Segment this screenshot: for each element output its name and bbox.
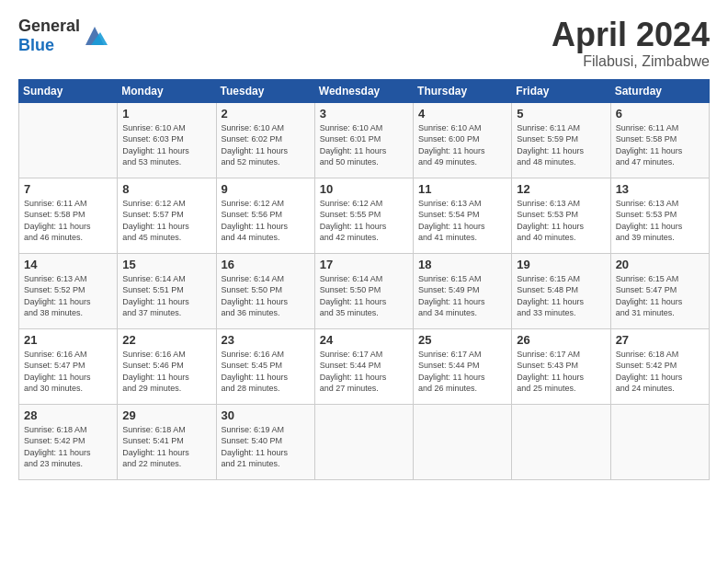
- title-area: April 2024 Filabusi, Zimbabwe: [552, 17, 710, 70]
- day-info: Sunrise: 6:14 AMSunset: 5:51 PMDaylight:…: [122, 273, 210, 319]
- day-info: Sunrise: 6:18 AMSunset: 5:42 PMDaylight:…: [24, 424, 112, 470]
- col-header-friday: Friday: [512, 79, 610, 102]
- day-info: Sunrise: 6:14 AMSunset: 5:50 PMDaylight:…: [222, 273, 310, 319]
- day-info: Sunrise: 6:17 AMSunset: 5:43 PMDaylight:…: [517, 349, 605, 395]
- day-info: Sunrise: 6:18 AMSunset: 5:42 PMDaylight:…: [616, 349, 704, 395]
- day-number: 6: [616, 107, 704, 121]
- day-number: 11: [418, 182, 506, 196]
- day-cell: 30Sunrise: 6:19 AMSunset: 5:40 PMDayligh…: [216, 404, 314, 479]
- day-number: 17: [320, 258, 408, 271]
- day-cell: 26Sunrise: 6:17 AMSunset: 5:43 PMDayligh…: [512, 328, 610, 404]
- week-row-1: 1Sunrise: 6:10 AMSunset: 6:03 PMDaylight…: [19, 102, 710, 178]
- page: General Blue April 2024 Filabusi, Zimbab…: [0, 0, 728, 489]
- day-info: Sunrise: 6:12 AMSunset: 5:57 PMDaylight:…: [122, 198, 210, 244]
- day-info: Sunrise: 6:13 AMSunset: 5:54 PMDaylight:…: [418, 198, 506, 244]
- day-number: 28: [24, 408, 112, 422]
- day-number: 21: [24, 333, 112, 347]
- day-cell: 14Sunrise: 6:13 AMSunset: 5:52 PMDayligh…: [19, 253, 118, 328]
- day-cell: 11Sunrise: 6:13 AMSunset: 5:54 PMDayligh…: [414, 178, 512, 253]
- header: General Blue April 2024 Filabusi, Zimbab…: [18, 17, 710, 70]
- day-cell: 18Sunrise: 6:15 AMSunset: 5:49 PMDayligh…: [414, 253, 512, 328]
- day-info: Sunrise: 6:11 AMSunset: 5:58 PMDaylight:…: [616, 122, 704, 168]
- month-title: April 2024: [552, 17, 710, 53]
- day-cell: 6Sunrise: 6:11 AMSunset: 5:58 PMDaylight…: [610, 102, 709, 178]
- day-number: 26: [517, 333, 605, 347]
- col-header-monday: Monday: [118, 79, 216, 102]
- day-cell: 15Sunrise: 6:14 AMSunset: 5:51 PMDayligh…: [118, 253, 216, 328]
- day-cell: 19Sunrise: 6:15 AMSunset: 5:48 PMDayligh…: [512, 253, 610, 328]
- day-cell: 23Sunrise: 6:16 AMSunset: 5:45 PMDayligh…: [216, 328, 314, 404]
- day-cell: 28Sunrise: 6:18 AMSunset: 5:42 PMDayligh…: [19, 404, 118, 479]
- day-number: 25: [418, 333, 506, 347]
- day-cell: 3Sunrise: 6:10 AMSunset: 6:01 PMDaylight…: [314, 102, 413, 178]
- day-info: Sunrise: 6:13 AMSunset: 5:53 PMDaylight:…: [517, 198, 605, 244]
- day-cell: [610, 404, 709, 479]
- col-header-thursday: Thursday: [414, 79, 512, 102]
- day-cell: 13Sunrise: 6:13 AMSunset: 5:53 PMDayligh…: [610, 178, 709, 253]
- day-info: Sunrise: 6:15 AMSunset: 5:48 PMDaylight:…: [517, 273, 605, 319]
- day-info: Sunrise: 6:10 AMSunset: 6:01 PMDaylight:…: [320, 122, 408, 168]
- day-number: 13: [616, 182, 704, 196]
- day-number: 22: [122, 333, 210, 347]
- day-cell: 8Sunrise: 6:12 AMSunset: 5:57 PMDaylight…: [118, 178, 216, 253]
- logo-blue: Blue: [18, 36, 54, 54]
- day-number: 3: [320, 107, 408, 121]
- day-number: 10: [320, 182, 408, 196]
- day-info: Sunrise: 6:15 AMSunset: 5:47 PMDaylight:…: [616, 273, 704, 319]
- day-number: 9: [222, 182, 310, 196]
- day-info: Sunrise: 6:14 AMSunset: 5:50 PMDaylight:…: [320, 273, 408, 319]
- header-row: SundayMondayTuesdayWednesdayThursdayFrid…: [19, 79, 710, 102]
- day-number: 5: [517, 107, 605, 121]
- day-number: 20: [616, 258, 704, 271]
- day-cell: [314, 404, 413, 479]
- day-cell: 22Sunrise: 6:16 AMSunset: 5:46 PMDayligh…: [118, 328, 216, 404]
- logo-general: General: [18, 17, 80, 35]
- week-row-2: 7Sunrise: 6:11 AMSunset: 5:58 PMDaylight…: [19, 178, 710, 253]
- day-number: 7: [24, 182, 112, 196]
- day-info: Sunrise: 6:17 AMSunset: 5:44 PMDaylight:…: [320, 349, 408, 395]
- location-title: Filabusi, Zimbabwe: [552, 53, 710, 70]
- day-info: Sunrise: 6:16 AMSunset: 5:45 PMDaylight:…: [222, 349, 310, 395]
- day-cell: 21Sunrise: 6:16 AMSunset: 5:47 PMDayligh…: [19, 328, 118, 404]
- day-cell: 4Sunrise: 6:10 AMSunset: 6:00 PMDaylight…: [414, 102, 512, 178]
- day-number: 24: [320, 333, 408, 347]
- logo: General Blue: [18, 17, 108, 55]
- logo-icon: [82, 23, 108, 49]
- day-info: Sunrise: 6:12 AMSunset: 5:55 PMDaylight:…: [320, 198, 408, 244]
- day-cell: 20Sunrise: 6:15 AMSunset: 5:47 PMDayligh…: [610, 253, 709, 328]
- col-header-saturday: Saturday: [610, 79, 709, 102]
- logo-text: General Blue: [18, 17, 80, 55]
- day-info: Sunrise: 6:10 AMSunset: 6:00 PMDaylight:…: [418, 122, 506, 168]
- col-header-tuesday: Tuesday: [216, 79, 314, 102]
- day-number: 18: [418, 258, 506, 271]
- day-cell: 27Sunrise: 6:18 AMSunset: 5:42 PMDayligh…: [610, 328, 709, 404]
- day-cell: 9Sunrise: 6:12 AMSunset: 5:56 PMDaylight…: [216, 178, 314, 253]
- day-info: Sunrise: 6:12 AMSunset: 5:56 PMDaylight:…: [222, 198, 310, 244]
- day-number: 4: [418, 107, 506, 121]
- day-info: Sunrise: 6:18 AMSunset: 5:41 PMDaylight:…: [122, 424, 210, 470]
- day-number: 1: [122, 107, 210, 121]
- day-number: 16: [222, 258, 310, 271]
- day-info: Sunrise: 6:17 AMSunset: 5:44 PMDaylight:…: [418, 349, 506, 395]
- day-number: 30: [222, 408, 310, 422]
- col-header-wednesday: Wednesday: [314, 79, 413, 102]
- col-header-sunday: Sunday: [19, 79, 118, 102]
- calendar-table: SundayMondayTuesdayWednesdayThursdayFrid…: [18, 79, 710, 480]
- day-number: 14: [24, 258, 112, 271]
- day-info: Sunrise: 6:16 AMSunset: 5:46 PMDaylight:…: [122, 349, 210, 395]
- week-row-3: 14Sunrise: 6:13 AMSunset: 5:52 PMDayligh…: [19, 253, 710, 328]
- day-cell: 7Sunrise: 6:11 AMSunset: 5:58 PMDaylight…: [19, 178, 118, 253]
- day-number: 8: [122, 182, 210, 196]
- day-info: Sunrise: 6:11 AMSunset: 5:58 PMDaylight:…: [24, 198, 112, 244]
- day-info: Sunrise: 6:10 AMSunset: 6:02 PMDaylight:…: [222, 122, 310, 168]
- day-cell: 12Sunrise: 6:13 AMSunset: 5:53 PMDayligh…: [512, 178, 610, 253]
- day-number: 19: [517, 258, 605, 271]
- day-cell: 29Sunrise: 6:18 AMSunset: 5:41 PMDayligh…: [118, 404, 216, 479]
- day-number: 12: [517, 182, 605, 196]
- day-cell: 24Sunrise: 6:17 AMSunset: 5:44 PMDayligh…: [314, 328, 413, 404]
- day-cell: [512, 404, 610, 479]
- day-cell: 10Sunrise: 6:12 AMSunset: 5:55 PMDayligh…: [314, 178, 413, 253]
- day-cell: 1Sunrise: 6:10 AMSunset: 6:03 PMDaylight…: [118, 102, 216, 178]
- week-row-4: 21Sunrise: 6:16 AMSunset: 5:47 PMDayligh…: [19, 328, 710, 404]
- day-info: Sunrise: 6:13 AMSunset: 5:53 PMDaylight:…: [616, 198, 704, 244]
